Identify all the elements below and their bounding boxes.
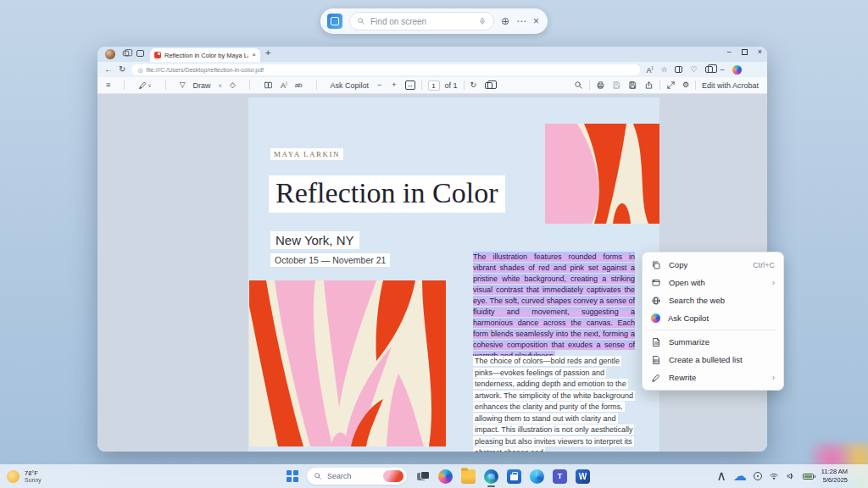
draw-nib-icon[interactable]: ▽ xyxy=(180,81,186,89)
search-icon xyxy=(314,472,322,480)
rotate-icon[interactable]: ↻ xyxy=(470,81,477,89)
workspaces-icon[interactable] xyxy=(122,50,130,58)
read-aloud-toolbar-icon[interactable]: A) xyxy=(281,80,287,90)
open-with-icon xyxy=(651,278,661,288)
doc-location: New York, NY xyxy=(270,231,359,249)
search-document-icon[interactable] xyxy=(574,80,583,90)
doc-dates: October 15 — November 21 xyxy=(270,253,390,267)
visual-search-icon[interactable]: ⊕ xyxy=(501,16,509,26)
clock-time: 11:28 AM xyxy=(821,468,848,476)
artwork-image-bottom xyxy=(249,280,446,446)
edge-browser-window: Reflection in Color by Maya Lark × + – ×… xyxy=(97,47,767,452)
taskbar-search-placeholder: Search xyxy=(327,472,352,480)
weather-condition: Sunny xyxy=(25,477,42,483)
edge-app-icon[interactable] xyxy=(484,469,498,484)
menu-item-ask-copilot[interactable]: Ask Copilot xyxy=(643,309,783,327)
summarize-icon xyxy=(651,337,661,347)
table-of-contents-icon[interactable]: ≡ xyxy=(106,81,110,89)
menu-item-summarize[interactable]: Summarize xyxy=(643,333,783,351)
split-screen-icon[interactable] xyxy=(675,66,682,73)
edit-with-acrobat-button[interactable]: Edit with Acrobat xyxy=(702,81,759,90)
taskbar-search[interactable]: Search xyxy=(307,468,407,485)
task-view-button[interactable] xyxy=(415,469,430,484)
eraser-icon[interactable]: ◇ xyxy=(230,81,236,89)
pdf-settings-icon[interactable]: ⚙ xyxy=(682,81,689,89)
menu-item-create-bulleted-list[interactable]: Create a bulleted list xyxy=(643,351,783,369)
copilot-icon xyxy=(651,313,660,323)
read-aloud-icon[interactable]: A) xyxy=(646,65,653,75)
microphone-icon[interactable] xyxy=(478,17,487,25)
start-button[interactable] xyxy=(287,470,298,482)
sun-icon xyxy=(7,470,19,483)
teams-app-icon[interactable]: T xyxy=(553,469,567,484)
rewrite-icon xyxy=(651,373,661,383)
zoom-out-icon[interactable]: − xyxy=(377,81,381,89)
browser-tab[interactable]: Reflection in Color by Maya Lark × xyxy=(150,48,260,62)
collections-heart-icon[interactable]: ♡ xyxy=(690,66,697,74)
menu-item-rewrite[interactable]: Rewrite › xyxy=(643,369,783,386)
minimize-icon[interactable]: – xyxy=(727,47,732,56)
find-on-screen-input[interactable]: Find on screen xyxy=(349,12,494,30)
pdf-favicon xyxy=(154,52,161,58)
taskbar: 78°F Sunny Search T W ∧ ☁ xyxy=(0,464,868,488)
volume-icon[interactable] xyxy=(786,471,796,481)
profile-avatar[interactable] xyxy=(105,49,115,59)
onedrive-cloud-icon[interactable]: ☁ xyxy=(733,469,747,483)
microsoft-365-icon[interactable] xyxy=(530,469,544,484)
search-highlight-image xyxy=(383,470,403,482)
security-tray-icon[interactable] xyxy=(754,472,762,480)
zoom-in-icon[interactable]: + xyxy=(392,81,396,89)
taskbar-clock[interactable]: 11:28 AM 5/6/2025 xyxy=(821,468,848,485)
favorites-star-icon[interactable]: ☆ xyxy=(660,66,667,74)
battery-icon[interactable] xyxy=(803,474,814,480)
extensions-icon[interactable]: – xyxy=(721,66,725,74)
submenu-chevron-icon: › xyxy=(772,373,775,382)
close-icon[interactable]: × xyxy=(533,16,539,26)
menu-item-copy[interactable]: Copy Ctrl+C xyxy=(643,256,783,274)
word-app-icon[interactable]: W xyxy=(576,469,590,484)
wifi-icon[interactable] xyxy=(769,471,779,481)
microsoft-store-icon[interactable] xyxy=(507,469,521,484)
back-icon[interactable]: ← xyxy=(104,65,113,74)
maximize-icon[interactable] xyxy=(742,49,748,55)
doc-author: MAYA LARKIN xyxy=(270,148,343,160)
tab-actions-icon[interactable] xyxy=(136,50,144,58)
draw-tool-label[interactable]: Draw xyxy=(193,81,211,90)
window-close-icon[interactable]: × xyxy=(758,47,762,56)
save-as-icon[interactable] xyxy=(628,80,637,90)
find-on-screen-placeholder: Find on screen xyxy=(370,17,426,26)
selected-paragraph[interactable]: The illustration features rounded forms … xyxy=(473,252,635,362)
fit-to-width-icon[interactable]: ↔ xyxy=(405,80,415,90)
refresh-icon[interactable]: ↻ xyxy=(119,65,125,74)
fullscreen-icon[interactable] xyxy=(666,80,676,90)
menu-item-open-with[interactable]: Open with › xyxy=(643,274,783,291)
clock-date: 5/6/2025 xyxy=(821,476,848,485)
page-info-icon[interactable]: ◎ xyxy=(137,67,142,73)
print-icon[interactable] xyxy=(596,80,605,90)
weather-widget[interactable]: 78°F Sunny xyxy=(7,469,42,483)
url-field[interactable]: ◎ file:///C:/Users/Desktop/reflection-in… xyxy=(131,64,640,75)
collections-icon[interactable] xyxy=(705,66,713,73)
tab-title: Reflection in Color by Maya Lark xyxy=(164,52,248,59)
more-options-icon[interactable]: ⋯ xyxy=(516,16,526,26)
copilot-profile-icon[interactable] xyxy=(732,65,742,75)
highlight-tool-icon[interactable]: ∨ xyxy=(138,80,151,90)
page-number-input[interactable]: 1 xyxy=(428,80,440,91)
copy-shortcut: Ctrl+C xyxy=(753,261,775,269)
page-count-label: of 1 xyxy=(445,81,458,90)
page-layout-icon[interactable] xyxy=(485,82,492,89)
copilot-app-icon[interactable] xyxy=(438,469,453,484)
bulleted-list-icon xyxy=(651,355,661,365)
page-view-icon[interactable] xyxy=(264,80,273,90)
file-explorer-icon[interactable] xyxy=(461,469,476,484)
tray-chevron-icon[interactable]: ∧ xyxy=(716,469,726,483)
menu-item-search-the-web[interactable]: Search the web xyxy=(643,291,783,309)
tab-close-icon[interactable]: × xyxy=(252,52,256,58)
text-find-icon[interactable]: ab xyxy=(295,81,303,89)
share-icon[interactable] xyxy=(644,80,654,90)
search-icon xyxy=(357,17,365,25)
draw-dropdown-icon[interactable]: ∨ xyxy=(219,82,222,88)
new-tab-icon[interactable]: + xyxy=(265,48,270,58)
menu-separator xyxy=(649,330,776,330)
ask-copilot-button[interactable]: Ask Copilot xyxy=(331,81,370,90)
